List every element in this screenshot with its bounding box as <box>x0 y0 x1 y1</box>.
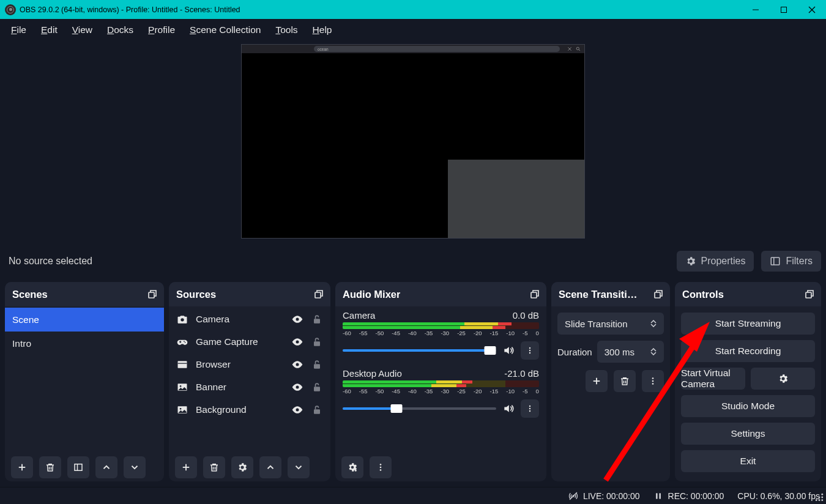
gamepad-icon <box>176 336 188 348</box>
preview-canvas[interactable]: ocean <box>241 44 585 239</box>
minimize-button[interactable] <box>742 0 770 19</box>
svg-point-50 <box>380 469 382 471</box>
menu-docks[interactable]: Docks <box>100 21 141 39</box>
mixer-advanced-button[interactable] <box>341 456 363 478</box>
menu-view[interactable]: View <box>65 21 100 39</box>
source-item[interactable]: Browser <box>169 353 330 376</box>
remove-source-button[interactable] <box>203 456 225 478</box>
svg-rect-51 <box>655 292 660 298</box>
source-item[interactable]: Background <box>169 398 330 421</box>
pause-icon <box>653 491 663 501</box>
titlebar: OBS 29.0.2 (64-bit, windows) - Profile: … <box>0 0 826 19</box>
preview-address-text: ocean <box>318 47 329 51</box>
studio-mode-button[interactable]: Studio Mode <box>681 395 815 417</box>
add-scene-button[interactable] <box>11 456 33 478</box>
settings-button[interactable]: Settings <box>681 423 815 445</box>
close-button[interactable] <box>798 0 826 19</box>
duration-input[interactable]: 300 ms <box>597 341 664 363</box>
volume-slider[interactable] <box>343 407 496 410</box>
source-down-button[interactable] <box>288 456 310 478</box>
virtual-camera-settings-button[interactable] <box>751 368 815 390</box>
svg-point-17 <box>296 317 299 321</box>
lock-toggle[interactable] <box>311 336 323 348</box>
scene-up-button[interactable] <box>95 456 117 478</box>
svg-rect-15 <box>315 292 321 298</box>
svg-point-41 <box>529 347 530 349</box>
channel-menu-button[interactable] <box>521 341 539 360</box>
visibility-toggle[interactable] <box>291 313 303 325</box>
no-source-label: No source selected <box>9 256 92 267</box>
properties-button[interactable]: Properties <box>677 251 754 272</box>
popout-icon[interactable] <box>313 289 324 300</box>
popout-icon[interactable] <box>804 289 815 300</box>
svg-rect-1 <box>781 7 787 12</box>
svg-point-55 <box>652 380 654 382</box>
mixer-menu-button[interactable] <box>370 456 392 478</box>
svg-point-63 <box>821 497 823 498</box>
svg-point-16 <box>180 318 184 321</box>
add-source-button[interactable] <box>175 456 197 478</box>
filters-button[interactable]: Filters <box>761 251 821 272</box>
remove-transition-button[interactable] <box>614 370 636 392</box>
source-item[interactable]: Game Capture <box>169 330 330 353</box>
channel-menu-button[interactable] <box>521 399 539 418</box>
menu-edit[interactable]: Edit <box>34 21 65 39</box>
lock-toggle[interactable] <box>311 404 323 416</box>
svg-rect-8 <box>772 258 780 265</box>
svg-point-36 <box>296 408 299 411</box>
start-recording-button[interactable]: Start Recording <box>681 340 815 362</box>
start-virtual-camera-button[interactable]: Start Virtual Camera <box>681 368 745 390</box>
image-icon <box>176 404 188 416</box>
visibility-toggle[interactable] <box>291 381 303 393</box>
transitions-dock: Scene Transiti… Slide Transition Duratio… <box>551 282 670 481</box>
lock-toggle[interactable] <box>311 358 323 371</box>
transition-select[interactable]: Slide Transition <box>557 313 664 335</box>
menu-file[interactable]: File <box>4 21 34 39</box>
lock-toggle[interactable] <box>311 313 323 325</box>
add-transition-button[interactable] <box>586 370 608 392</box>
scene-filter-button[interactable] <box>67 456 89 478</box>
visibility-toggle[interactable] <box>291 404 303 416</box>
transition-menu-button[interactable] <box>642 370 664 392</box>
visibility-toggle[interactable] <box>291 358 303 371</box>
source-label: Banner <box>196 382 284 393</box>
menu-profile[interactable]: Profile <box>141 21 182 39</box>
source-item[interactable]: Camera <box>169 308 330 330</box>
status-rec: REC: 00:00:00 <box>653 491 724 501</box>
svg-point-23 <box>296 340 299 343</box>
source-label: Camera <box>196 314 284 325</box>
lock-toggle[interactable] <box>311 381 323 393</box>
scene-item[interactable]: Intro <box>5 332 164 355</box>
scene-item[interactable]: Scene <box>5 308 164 332</box>
exit-button[interactable]: Exit <box>681 450 815 472</box>
popout-icon[interactable] <box>653 289 664 300</box>
controls-dock: Controls Start Streaming Start Recording… <box>675 282 821 481</box>
menu-tools[interactable]: Tools <box>268 21 305 39</box>
svg-point-48 <box>380 464 382 465</box>
visibility-toggle[interactable] <box>291 336 303 348</box>
broadcast-icon <box>568 491 578 501</box>
start-streaming-button[interactable]: Start Streaming <box>681 313 815 335</box>
popout-icon[interactable] <box>529 289 540 300</box>
preview-area: ocean <box>0 41 826 244</box>
sources-dock: Sources Camera Game Capture Browser Bann… <box>169 282 330 481</box>
source-toolbar: No source selected Properties Filters <box>0 244 826 278</box>
maximize-button[interactable] <box>770 0 798 19</box>
speaker-icon[interactable] <box>502 344 515 357</box>
menu-help[interactable]: Help <box>305 21 340 39</box>
preview-search-icon <box>576 46 581 51</box>
speaker-icon[interactable] <box>502 402 515 415</box>
channel-level: 0.0 dB <box>513 310 539 321</box>
controls-title: Controls <box>682 289 724 300</box>
source-item[interactable]: Banner <box>169 376 330 398</box>
source-properties-button[interactable] <box>231 456 253 478</box>
svg-point-35 <box>180 408 182 410</box>
popout-icon[interactable] <box>147 289 158 300</box>
svg-rect-18 <box>314 319 320 324</box>
scene-down-button[interactable] <box>124 456 146 478</box>
remove-scene-button[interactable] <box>39 456 61 478</box>
menu-scene-collection[interactable]: Scene Collection <box>182 21 268 39</box>
resize-grip-icon[interactable] <box>814 492 824 502</box>
source-up-button[interactable] <box>259 456 281 478</box>
volume-slider[interactable] <box>343 349 496 352</box>
